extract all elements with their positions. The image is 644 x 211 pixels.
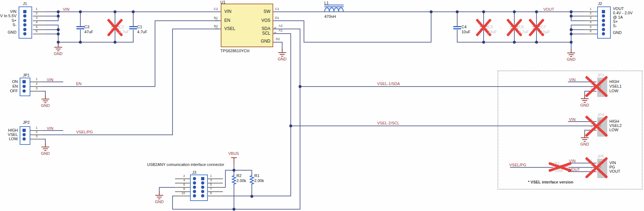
pin-number: 3: [36, 87, 38, 90]
capacitor-c4[interactable]: [453, 26, 461, 27]
pin: [201, 190, 204, 193]
c3-value: 47uF: [84, 30, 93, 34]
gnd-symbol: [54, 47, 62, 48]
pin-number: 8: [183, 187, 185, 191]
input-arrow-icon: ▷: [216, 18, 218, 22]
pin-number: 3: [590, 126, 592, 129]
pin: [23, 28, 26, 31]
net-label-vin: VIN: [569, 117, 575, 122]
c4-value: 10uF: [461, 30, 470, 34]
wire-vsel-pg: [43, 134, 173, 135]
capacitor-c1[interactable]: [129, 26, 137, 27]
wire: [133, 30, 134, 42]
wire: [584, 130, 585, 134]
gnd-symbol: [57, 50, 59, 51]
pin-number: 3: [590, 16, 591, 20]
bidir-arrow-icon: ⇄: [274, 31, 276, 35]
resistor-r2[interactable]: [231, 174, 236, 185]
wire-vos: [304, 20, 304, 43]
gnd-symbol: [584, 141, 586, 142]
gnd-symbol: [582, 100, 587, 101]
jp3-label: HIGH: [609, 79, 619, 84]
pin-number: 3: [36, 16, 38, 20]
junction-dot: [57, 10, 60, 13]
pin: [602, 32, 605, 35]
wire-gnd-rail-input: [58, 42, 134, 43]
capacitor-c3[interactable]: [76, 26, 84, 27]
capacitor-c1[interactable]: [129, 28, 137, 29]
j1-label: VIN: [10, 9, 16, 14]
junction-dot: [114, 10, 116, 13]
gnd-symbol: [281, 56, 283, 57]
j1-label: S-: [13, 23, 16, 27]
pin-number: 4: [183, 178, 185, 182]
jp5-label: PG: [609, 165, 615, 170]
gnd-label: GND: [40, 151, 51, 156]
u1-pin-name: VSEL: [224, 26, 235, 31]
jp4-ref: JP4: [597, 113, 604, 117]
j2-label: GND: [613, 30, 621, 35]
net-label-vsel1-sda: VSEL-1/SDA: [377, 82, 400, 86]
wire-en: [155, 20, 155, 87]
wire: [571, 16, 584, 16]
pin-number: 5: [36, 25, 38, 29]
gnd-symbol: [571, 49, 571, 53]
wire: [159, 187, 160, 191]
c5-value: 10uF: [488, 30, 497, 34]
wire: [172, 196, 173, 210]
c1-ref: C1: [137, 25, 142, 29]
wire-vos: [431, 11, 431, 43]
wire-vbus: [234, 158, 234, 163]
wire: [571, 20, 584, 21]
gnd-label: GND: [154, 200, 165, 204]
wire: [225, 170, 226, 187]
pin: [602, 19, 605, 22]
wire: [571, 29, 584, 30]
pin: [602, 28, 605, 31]
jp1-label: OFF: [10, 89, 18, 93]
gnd-label: GND: [277, 57, 288, 62]
capacitor-c3[interactable]: [76, 28, 84, 29]
pin: [201, 177, 204, 180]
jp3-label: LOW: [609, 89, 618, 93]
gnd-symbol: [280, 54, 285, 55]
wire: [45, 91, 46, 95]
net-label-vin: VIN: [47, 126, 53, 131]
gnd-label: GND: [579, 142, 590, 147]
l1-ref: L1: [324, 1, 329, 5]
bidir-arrow-icon: ⇄: [274, 26, 276, 30]
pin-number: 2: [590, 163, 592, 166]
j2-label: VOUT: [613, 6, 624, 11]
pin-number: 10: [181, 191, 185, 195]
gnd-symbol: [567, 53, 575, 53]
jp1-ref: JP1: [23, 73, 30, 78]
pin-number: 2: [36, 130, 38, 134]
net-label-vout: VOUT: [543, 7, 554, 12]
gnd-symbol: [581, 137, 589, 138]
net-label-vin: VIN: [569, 78, 575, 82]
wire-scl: [290, 33, 291, 196]
jp2-label: HIGH: [8, 128, 18, 133]
junction-dot: [250, 195, 253, 198]
jp2-label: LOW: [9, 137, 18, 141]
wire: [46, 25, 59, 25]
wire: [571, 34, 584, 34]
wire-en: [43, 86, 155, 87]
wire: [234, 185, 234, 210]
pin-number: 2: [590, 121, 592, 125]
junction-dot: [233, 208, 235, 211]
pin-number: 9: [210, 191, 212, 195]
wire: [80, 12, 81, 26]
wire-vsel2-scl: [291, 126, 596, 126]
r3-value: 100k: [554, 168, 563, 173]
gnd-symbol: [44, 102, 46, 103]
gnd-label: GND: [53, 51, 64, 56]
u1-pin-name: GND: [261, 39, 270, 44]
pin-number: 3: [590, 87, 592, 90]
capacitor-c4[interactable]: [453, 28, 461, 29]
inductor-l1[interactable]: [324, 7, 344, 12]
resistor-r1[interactable]: [249, 174, 254, 185]
pin-number: 2: [36, 11, 38, 15]
gnd-symbol: [582, 139, 587, 140]
pin-number: D1: [275, 16, 279, 20]
